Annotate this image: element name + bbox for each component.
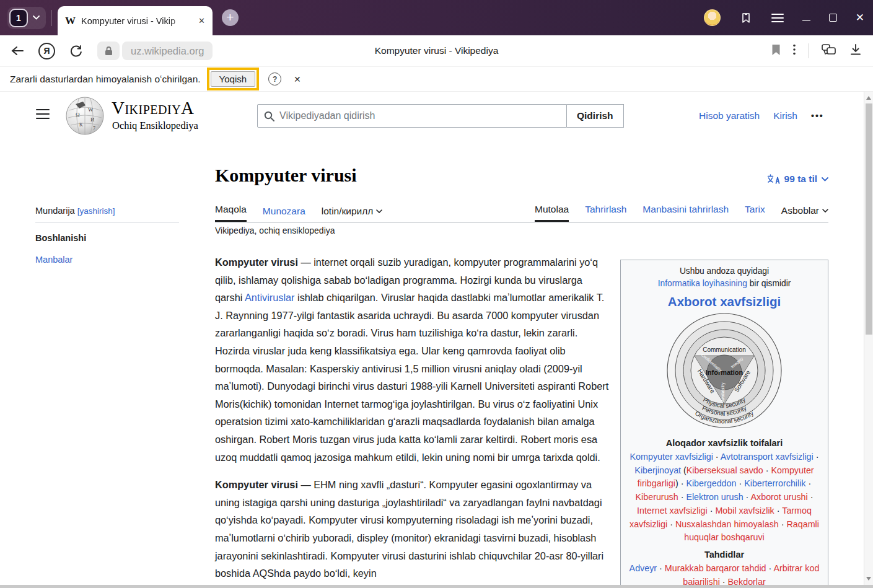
main-menu-icon[interactable] xyxy=(36,109,50,122)
enable-protection-button[interactable]: Yoqish xyxy=(211,71,256,87)
wikipedia-wordmark[interactable]: VikipediyA xyxy=(112,98,195,118)
wikipedia-page: Ω W И K 7 VikipediyA Ochiq Ensiklopediya… xyxy=(0,92,873,585)
yandex-services-button[interactable]: Я xyxy=(38,43,55,59)
tab-tarix[interactable]: Tarix xyxy=(745,204,765,222)
article-title: Kompyuter virusi xyxy=(215,165,357,186)
tab-manbasini-tahrirlash[interactable]: Manbasini tahrirlash xyxy=(643,204,729,222)
svg-text:И: И xyxy=(90,116,95,123)
scrollbar-down-arrow[interactable] xyxy=(866,577,871,581)
tab-title: Kompyuter virusi - Vikip xyxy=(81,16,193,26)
browser-tab[interactable]: W Kompyuter virusi - Vikip ✕ xyxy=(58,6,213,35)
minimize-button[interactable] xyxy=(802,15,810,21)
close-window-button[interactable]: ✕ xyxy=(856,11,864,24)
svg-text:Ω: Ω xyxy=(76,112,80,118)
more-options-icon[interactable] xyxy=(793,44,796,58)
variant-dropdown[interactable]: lotin/кирилл xyxy=(322,206,383,222)
svg-text:7: 7 xyxy=(93,126,95,131)
search-box[interactable] xyxy=(257,104,567,128)
scrollbar-thumb[interactable] xyxy=(866,103,872,335)
diagram-label-information: Information xyxy=(706,369,744,376)
language-count[interactable]: 99 ta til xyxy=(784,173,817,185)
variant-chevron-icon xyxy=(376,209,382,213)
enable-button-highlight: Yoqish xyxy=(207,68,260,90)
paragraph-2: Kompyuter virusi — EHM ning xavfli „dast… xyxy=(215,476,612,582)
new-tab-button[interactable]: + xyxy=(222,9,239,26)
tab-close-icon[interactable]: ✕ xyxy=(198,16,205,25)
browser-toolbar: Я uz.wikipedia.org Kompyuter virusi - Vi… xyxy=(0,35,873,67)
site-subtitle: Vikipediya, ochiq ensiklopediya xyxy=(215,226,335,235)
tab-counter-chevron-icon[interactable] xyxy=(28,15,44,20)
wikipedia-favicon: W xyxy=(65,15,76,27)
information-security-diagram[interactable]: Communication Hardware Software Informat… xyxy=(659,310,790,433)
infobox-note-line1: Ushbu andoza quyidagi xyxy=(627,265,822,278)
tab-mutolaa[interactable]: Mutolaa xyxy=(535,204,569,222)
reload-button[interactable] xyxy=(70,45,82,57)
table-of-contents: Mundarija [yashirish] Boshlanishi Manbal… xyxy=(35,206,179,265)
infobox-note-line2: Informatika loyihasining bir qismidir xyxy=(627,278,822,290)
tab-maqola[interactable]: Maqola xyxy=(215,204,247,222)
extensions-panel-icon[interactable] xyxy=(821,43,837,59)
tools-dropdown[interactable]: Asboblar xyxy=(781,204,828,222)
login-link[interactable]: Kirish xyxy=(773,110,797,121)
wikipedia-globe-logo[interactable]: Ω W И K 7 xyxy=(63,95,107,136)
toc-item-manbalar[interactable]: Manbalar xyxy=(35,255,179,265)
create-account-link[interactable]: Hisob yaratish xyxy=(699,110,760,121)
tools-chevron-icon xyxy=(822,209,828,213)
tab-counter[interactable]: 1 xyxy=(7,7,46,29)
svg-text:K: K xyxy=(79,122,83,128)
toolbar-divider xyxy=(808,43,809,58)
toc-item-boshlanishi[interactable]: Boshlanishi xyxy=(35,233,179,243)
page-scrollbar[interactable] xyxy=(864,92,873,585)
toc-heading: Mundarija xyxy=(35,206,75,216)
diagram-label-communication: Communication xyxy=(703,346,745,353)
search-button[interactable]: Qidirish xyxy=(567,104,624,128)
search-icon xyxy=(264,111,274,121)
back-button[interactable] xyxy=(11,46,24,56)
collections-icon[interactable] xyxy=(739,11,753,25)
browser-menu-icon[interactable] xyxy=(771,13,784,23)
toc-hide-link[interactable]: [yashirish] xyxy=(77,206,115,216)
tab-tahrirlash[interactable]: Tahrirlash xyxy=(585,204,626,222)
maximize-button[interactable] xyxy=(829,14,837,22)
search-input[interactable] xyxy=(279,110,560,121)
notification-text: Zararli dasturlardan himoyalanish oʻchir… xyxy=(10,74,201,85)
infobox-section-categories: Aloqador xavfsizlik toifalari xyxy=(627,438,822,448)
language-selector[interactable]: 99 ta til xyxy=(767,173,828,185)
article-tabbar: Maqola Munozara lotin/кирилл Mutolaa Tah… xyxy=(215,202,828,222)
browser-window: 1 W Kompyuter virusi - Vikip ✕ + xyxy=(0,0,873,588)
article-body: Kompyuter virusi — internet orqali suzib… xyxy=(215,245,612,585)
svg-text:W: W xyxy=(88,107,94,113)
protection-notification-bar: Zararli dasturlardan himoyalanish oʻchir… xyxy=(0,67,873,92)
site-security-lock-icon[interactable] xyxy=(97,42,120,60)
notification-close-icon[interactable]: ✕ xyxy=(294,74,301,84)
tab-counter-value[interactable]: 1 xyxy=(9,9,28,27)
user-menu-icon[interactable]: ••• xyxy=(811,111,824,121)
tabstrip-divider xyxy=(51,10,52,26)
bookmark-icon[interactable] xyxy=(771,44,781,58)
language-chevron-icon xyxy=(822,177,828,182)
paragraph-1: Kompyuter virusi — internet orqali suzib… xyxy=(215,253,612,466)
infobox-category-links[interactable]: Kompyuter xavfsizligi · Avtotransport xa… xyxy=(627,450,822,545)
wikipedia-tagline: Ochiq Ensiklopediya xyxy=(112,120,198,132)
infobox-title-link[interactable]: Axborot xavfsizligi xyxy=(627,294,822,309)
scrollbar-up-arrow[interactable] xyxy=(866,96,871,100)
language-icon xyxy=(767,174,780,184)
browser-topbar: 1 W Kompyuter virusi - Vikip ✕ + xyxy=(0,0,873,35)
tab-munozara[interactable]: Munozara xyxy=(263,206,305,222)
window-bottom-edge xyxy=(0,585,873,588)
infobox-section-threats: Tahdidlar xyxy=(627,550,822,559)
profile-avatar[interactable] xyxy=(704,9,721,26)
address-bar[interactable]: uz.wikipedia.org xyxy=(122,42,213,60)
downloads-icon[interactable] xyxy=(849,43,862,58)
infobox-axborot-xavfsizligi: Ushbu andoza quyidagi Informatika loyiha… xyxy=(620,260,828,585)
diagram-label-availability: Availability xyxy=(721,382,726,402)
notification-help-icon[interactable]: ? xyxy=(268,72,281,86)
infobox-threat-links[interactable]: Adveyr · Murakkab barqaror tahdid · Arbi… xyxy=(627,562,822,585)
toc-divider xyxy=(35,222,179,223)
